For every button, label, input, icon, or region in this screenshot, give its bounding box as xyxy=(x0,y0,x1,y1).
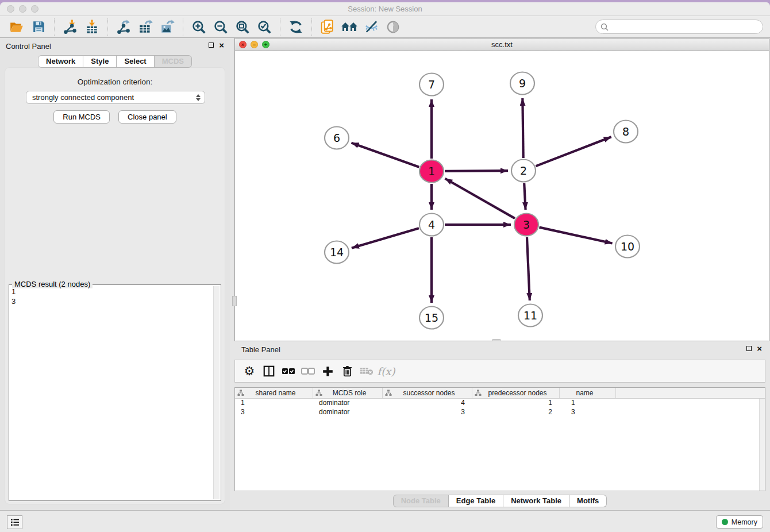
graph-node-10[interactable]: 10 xyxy=(615,236,640,258)
column-header-MCDS-role[interactable]: MCDS role xyxy=(313,388,383,398)
table-cell[interactable]: 1 xyxy=(235,399,313,408)
tab-node-table[interactable]: Node Table xyxy=(393,495,449,507)
graph-edge-3-1[interactable] xyxy=(445,179,515,218)
table-scrollbar[interactable] xyxy=(759,399,765,491)
close-panel-button[interactable]: Close panel xyxy=(118,110,176,124)
zoom-selected-icon[interactable] xyxy=(256,18,273,36)
tab-network-table[interactable]: Network Table xyxy=(503,495,569,507)
graph-node-3[interactable]: 3 xyxy=(514,214,538,236)
table-cell[interactable]: 2 xyxy=(472,408,560,417)
graph-edge-1-6[interactable] xyxy=(351,143,419,167)
refresh-icon[interactable] xyxy=(287,18,305,36)
graph-edge-4-14[interactable] xyxy=(352,228,419,248)
graph-node-8[interactable]: 8 xyxy=(614,121,638,143)
memory-button[interactable]: Memory xyxy=(716,515,763,529)
tab-select[interactable]: Select xyxy=(117,55,154,68)
first-neighbors-icon[interactable] xyxy=(341,18,358,36)
mcds-result-box: MCDS result (2 nodes) 13 xyxy=(9,284,221,501)
network-window-titlebar[interactable]: × − + scc.txt xyxy=(235,38,769,51)
import-network-icon[interactable] xyxy=(61,18,79,36)
mcds-result-list[interactable]: 13 xyxy=(11,287,213,499)
table-row[interactable]: 3dominator323 xyxy=(235,408,765,417)
graph-node-6[interactable]: 6 xyxy=(325,127,349,149)
select-stepper-icon xyxy=(194,93,202,102)
graph-node-2[interactable]: 2 xyxy=(511,160,536,182)
graph-edge-1-2[interactable] xyxy=(445,171,508,171)
new-network-from-selection-icon[interactable] xyxy=(319,18,336,36)
mcds-result-line: 3 xyxy=(11,296,213,306)
column-header-predecessor-nodes[interactable]: predecessor nodes xyxy=(472,388,560,398)
table-cell[interactable]: 3 xyxy=(235,408,313,417)
zoom-in-icon[interactable] xyxy=(190,18,207,36)
save-session-icon[interactable] xyxy=(30,18,47,36)
graph-node-15[interactable]: 15 xyxy=(419,307,444,329)
show-all-icon[interactable] xyxy=(384,18,402,36)
columns-icon[interactable] xyxy=(259,363,279,380)
table-cell[interactable]: 1 xyxy=(560,399,616,408)
tab-motifs[interactable]: Motifs xyxy=(569,495,607,507)
graph-node-1[interactable]: 1 xyxy=(419,160,444,183)
graph-node-label: 7 xyxy=(428,78,435,91)
graph-node-label: 11 xyxy=(523,309,537,322)
open-session-icon[interactable] xyxy=(8,18,25,36)
delete-icon[interactable] xyxy=(337,363,357,380)
table-cell[interactable]: 3 xyxy=(560,408,616,417)
table-cell[interactable]: 4 xyxy=(383,399,472,408)
search-field[interactable] xyxy=(595,20,763,34)
graph-node-label: 4 xyxy=(428,218,435,231)
table-cell[interactable]: 1 xyxy=(472,399,560,408)
export-network-icon[interactable] xyxy=(115,18,132,36)
close-table-panel-icon[interactable]: × xyxy=(757,345,762,352)
add-icon[interactable] xyxy=(318,363,337,380)
table-cell[interactable]: 3 xyxy=(383,408,472,417)
graph-edge-3-11[interactable] xyxy=(527,237,530,300)
gear-icon[interactable]: ⚙ xyxy=(240,363,259,380)
table-cell[interactable]: dominator xyxy=(313,408,383,417)
tab-network[interactable]: Network xyxy=(38,55,83,68)
tab-mcds[interactable]: MCDS xyxy=(155,55,192,68)
graph-edge-3-10[interactable] xyxy=(539,228,612,244)
search-input[interactable] xyxy=(611,23,758,31)
export-table-icon[interactable] xyxy=(137,18,154,36)
float-table-panel-icon[interactable] xyxy=(746,346,752,351)
table-body: 1dominator4113dominator323 xyxy=(235,399,765,417)
column-header-shared-name[interactable]: shared name xyxy=(235,388,313,398)
select-all-icon[interactable] xyxy=(279,363,298,380)
export-image-icon[interactable] xyxy=(159,18,176,36)
import-table-icon[interactable] xyxy=(83,18,101,36)
vertical-splitter-grip[interactable] xyxy=(232,296,237,306)
graph-node-7[interactable]: 7 xyxy=(419,74,444,96)
graph-node-9[interactable]: 9 xyxy=(510,72,534,95)
graph-node-14[interactable]: 14 xyxy=(325,241,349,264)
node-table: shared nameMCDS rolesuccessor nodesprede… xyxy=(234,387,765,491)
list-icon xyxy=(10,518,20,526)
network-canvas[interactable]: 1234678910111415 xyxy=(235,51,769,341)
run-mcds-button[interactable]: Run MCDS xyxy=(53,110,110,124)
graph-node-label: 2 xyxy=(520,164,527,177)
graph-edge-2-9[interactable] xyxy=(522,98,523,158)
titlebar: Session: New Session xyxy=(0,2,770,16)
graph-node-11[interactable]: 11 xyxy=(518,304,542,327)
column-header-name[interactable]: name xyxy=(560,388,616,398)
column-header-successor-nodes[interactable]: successor nodes xyxy=(383,388,472,398)
graph-edge-2-8[interactable] xyxy=(536,137,611,166)
table-panel: Table Panel × ⚙ xyxy=(230,341,770,510)
function-builder-icon: f(x) xyxy=(376,363,396,380)
fx-label: f(x) xyxy=(378,365,395,377)
delete-table-icon[interactable] xyxy=(357,363,376,380)
zoom-out-icon[interactable] xyxy=(212,18,229,36)
deselect-all-icon[interactable] xyxy=(298,363,318,380)
table-cell[interactable]: dominator xyxy=(313,399,383,408)
tab-edge-table[interactable]: Edge Table xyxy=(449,495,503,507)
zoom-fit-icon[interactable] xyxy=(234,18,251,36)
table-row[interactable]: 1dominator411 xyxy=(235,399,765,408)
result-scrollbar[interactable] xyxy=(213,286,220,499)
tab-style[interactable]: Style xyxy=(83,55,117,68)
close-panel-icon[interactable]: × xyxy=(219,42,224,48)
criterion-select[interactable]: strongly connected component xyxy=(26,91,205,104)
float-panel-icon[interactable] xyxy=(209,43,214,48)
graph-edge-2-3[interactable] xyxy=(524,183,525,210)
graph-node-4[interactable]: 4 xyxy=(419,214,444,236)
show-log-console-button[interactable] xyxy=(7,515,22,529)
hide-selected-icon[interactable] xyxy=(363,18,380,36)
